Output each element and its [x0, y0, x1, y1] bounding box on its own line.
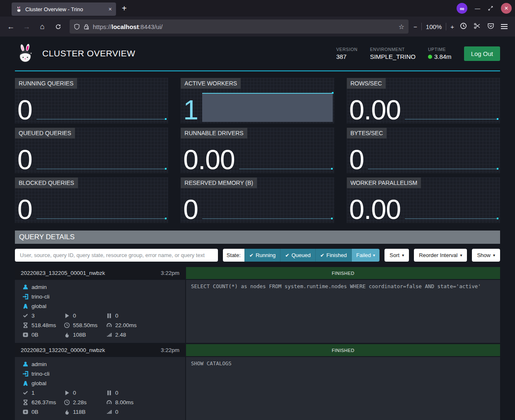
road-icon — [22, 380, 29, 386]
query-details-toolbar: State: ✔Running ✔Queued ✔Finished Failed… — [15, 249, 500, 262]
sparkline — [36, 188, 168, 222]
query-id-link[interactable]: 20220823_132205_00001_nwbzk — [21, 270, 105, 276]
bar-chart-icon — [106, 409, 112, 415]
chevron-down-icon: ▾ — [402, 253, 404, 257]
back-button[interactable]: ← — [4, 20, 17, 33]
gauge-icon — [106, 322, 112, 328]
stat-value: 0 — [183, 197, 198, 222]
hourglass-icon — [22, 399, 29, 405]
scale-icon — [22, 409, 29, 415]
state-filter-queued[interactable]: ✔Queued — [280, 249, 315, 262]
trino-favicon — [16, 6, 22, 12]
check-icon: ✔ — [320, 252, 324, 258]
user-icon — [22, 284, 29, 290]
sort-dropdown[interactable]: Sort▾ — [384, 249, 409, 262]
shield-icon[interactable] — [74, 24, 80, 30]
user-icon — [22, 361, 29, 367]
browser-tab[interactable]: Cluster Overview - Trino × — [12, 2, 116, 16]
zoom-out-button[interactable]: − — [413, 23, 417, 30]
stat-value: 0.00 — [349, 197, 401, 222]
reorder-interval-dropdown[interactable]: Reorder Interval▾ — [414, 249, 467, 262]
query-header: 20220823_132205_00001_nwbzk 3:22pm — [15, 267, 185, 279]
stat-cards: RUNNING QUERIES 0 ACTIVE WORKERS 1 ROWS/… — [15, 78, 500, 223]
stat-value: 0 — [17, 147, 32, 172]
stat-card-rows-sec: ROWS/SEC 0.00 — [347, 78, 500, 124]
hourglass-icon — [22, 322, 29, 328]
query-state-badge: FINISHED — [186, 344, 500, 356]
query-time: 3:22pm — [161, 270, 179, 276]
state-filter-running[interactable]: ✔Running — [244, 249, 280, 262]
query-stats: admin trino-cli global 1 0 0 626.37ms 2.… — [15, 357, 185, 420]
private-browsing-icon: ∞ — [457, 3, 467, 14]
cluster-overview-page: CLUSTER OVERVIEW VERSION 387 ENVIRONMENT… — [0, 36, 515, 420]
stat-card-bytes-sec: BYTES/SEC 0 — [347, 128, 500, 173]
stat-card-reserved-memory: RESERVED MEMORY (B) 0 — [181, 177, 334, 223]
state-filter-finished[interactable]: ✔Finished — [315, 249, 351, 262]
url-text[interactable]: https://localhost:8443/ui/ — [93, 23, 395, 30]
home-button[interactable]: ⌂ — [36, 20, 49, 33]
sparkline — [36, 138, 168, 172]
tab-title: Cluster Overview - Trino — [25, 6, 105, 12]
sparkline — [405, 89, 499, 123]
state-filter-label: State: — [223, 249, 244, 262]
uptime-status-dot — [428, 55, 432, 59]
version-info: VERSION 387 — [336, 47, 357, 60]
forward-button[interactable]: → — [20, 20, 33, 33]
screenshot-scissors-icon[interactable] — [474, 22, 481, 31]
sparkline — [405, 188, 499, 222]
zoom-in-button[interactable]: + — [450, 23, 454, 30]
clock-icon — [64, 399, 70, 405]
check-icon: ✔ — [285, 252, 289, 258]
clock-icon — [64, 322, 70, 328]
close-window-button[interactable]: ✕ — [501, 3, 512, 14]
stat-card-worker-parallelism: WORKER PARALLELISM 0.00 — [347, 177, 500, 223]
sign-in-icon — [22, 371, 29, 377]
stat-value: 0 — [349, 147, 364, 172]
sparkline — [202, 188, 334, 222]
play-icon — [64, 390, 70, 396]
history-clock-icon[interactable] — [460, 22, 467, 31]
pocket-icon[interactable] — [487, 22, 494, 31]
query-time: 3:22pm — [161, 347, 179, 353]
sparkline — [368, 138, 499, 172]
query-row: 20220823_132205_00001_nwbzk 3:22pm FINIS… — [15, 267, 500, 343]
lock-warning-icon[interactable] — [83, 24, 89, 30]
minimize-button[interactable]: — — [475, 5, 480, 12]
stat-value: 0.00 — [183, 147, 235, 172]
query-state-badge: FINISHED — [186, 267, 500, 279]
state-filter-failed-dropdown[interactable]: Failed▾ — [351, 249, 380, 262]
stat-card-blocked-queries: BLOCKED QUERIES 0 — [15, 177, 168, 223]
logout-button[interactable]: Log Out — [464, 46, 500, 61]
search-input[interactable] — [15, 249, 218, 262]
menu-hamburger-icon[interactable] — [501, 24, 508, 29]
query-id-link[interactable]: 20220823_132202_00000_nwbzk — [21, 347, 105, 353]
pause-icon — [106, 390, 112, 396]
browser-titlebar: Cluster Overview - Trino × + ∞ — ✕ — [0, 0, 515, 17]
fire-icon — [64, 332, 70, 338]
stat-value: 0 — [17, 197, 32, 222]
zoom-level[interactable]: 100% — [426, 23, 442, 30]
fire-icon — [64, 409, 70, 415]
query-row: 20220823_132202_00000_nwbzk 3:22pm FINIS… — [15, 344, 500, 420]
chevron-down-icon: ▾ — [493, 253, 495, 257]
tab-close-icon[interactable]: × — [109, 6, 112, 12]
restore-button[interactable] — [488, 5, 493, 11]
page-header: CLUSTER OVERVIEW VERSION 387 ENVIRONMENT… — [15, 36, 500, 71]
play-icon — [64, 313, 70, 319]
query-details-title: QUERY DETAILS — [15, 231, 500, 244]
stat-value: 0 — [17, 97, 32, 123]
uptime-info: UPTIME 3.84m — [428, 47, 452, 60]
chevron-down-icon: ▾ — [460, 253, 462, 257]
new-tab-button[interactable]: + — [122, 4, 127, 13]
check-icon: ✔ — [249, 252, 254, 258]
bookmark-star-icon[interactable]: ☆ — [399, 23, 404, 31]
environment-info: ENVIRONMENT SIMPLE_TRINO — [370, 47, 416, 60]
sparkline — [36, 89, 168, 123]
show-dropdown[interactable]: Show▾ — [472, 249, 500, 262]
stat-card-active-workers: ACTIVE WORKERS 1 — [181, 78, 334, 124]
query-stats: admin trino-cli global 3 0 0 518.48ms 55… — [15, 280, 185, 343]
stat-card-runnable-drivers: RUNNABLE DRIVERS 0.00 — [181, 128, 334, 173]
trino-logo — [15, 43, 36, 64]
reload-button[interactable] — [51, 20, 65, 33]
url-bar[interactable]: https://localhost:8443/ui/ ☆ — [70, 19, 409, 34]
